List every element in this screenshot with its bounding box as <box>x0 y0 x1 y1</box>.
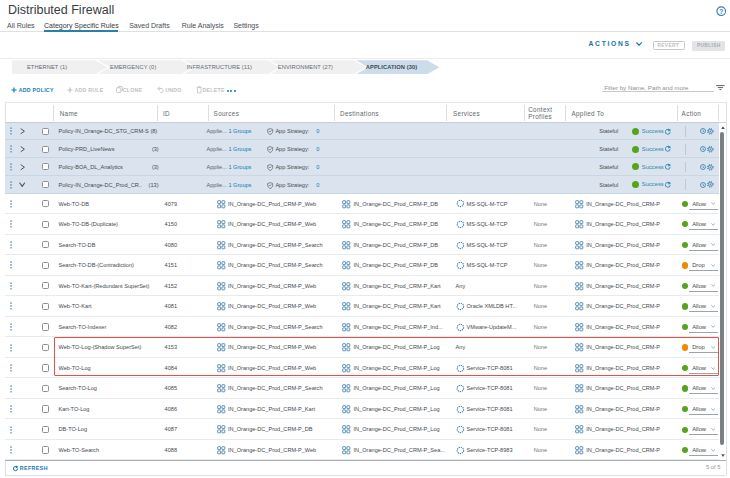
svg-text:?: ? <box>719 8 723 15</box>
